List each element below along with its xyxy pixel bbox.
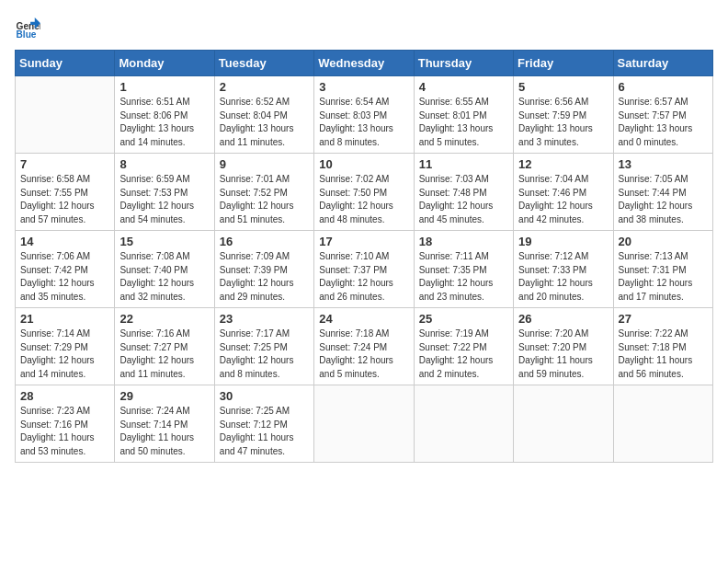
- day-info: Sunrise: 7:04 AM Sunset: 7:46 PM Dayligh…: [518, 173, 608, 226]
- weekday-header: Thursday: [414, 51, 513, 76]
- day-info: Sunrise: 7:14 AM Sunset: 7:29 PM Dayligh…: [20, 327, 109, 381]
- day-info: Sunrise: 7:10 AM Sunset: 7:37 PM Dayligh…: [319, 250, 408, 304]
- day-number: 6: [619, 80, 708, 94]
- calendar-cell: 8Sunrise: 6:59 AM Sunset: 7:53 PM Daylig…: [115, 154, 214, 231]
- day-number: 13: [619, 157, 708, 171]
- day-number: 1: [119, 80, 209, 94]
- day-info: Sunrise: 6:54 AM Sunset: 8:03 PM Dayligh…: [319, 96, 408, 149]
- weekday-header: Sunday: [16, 51, 115, 76]
- calendar-cell: 15Sunrise: 7:08 AM Sunset: 7:40 PM Dayli…: [115, 231, 214, 308]
- calendar-cell: 16Sunrise: 7:09 AM Sunset: 7:39 PM Dayli…: [214, 231, 313, 308]
- day-number: 8: [119, 157, 209, 171]
- day-info: Sunrise: 7:23 AM Sunset: 7:16 PM Dayligh…: [20, 405, 109, 458]
- day-number: 10: [319, 157, 408, 171]
- calendar-cell: 22Sunrise: 7:16 AM Sunset: 7:27 PM Dayli…: [115, 308, 214, 385]
- day-info: Sunrise: 6:58 AM Sunset: 7:55 PM Dayligh…: [20, 173, 109, 226]
- calendar-cell: [514, 385, 613, 463]
- day-number: 28: [20, 389, 109, 403]
- day-number: 30: [220, 389, 309, 403]
- calendar-cell: [613, 385, 712, 463]
- calendar-cell: 20Sunrise: 7:13 AM Sunset: 7:31 PM Dayli…: [613, 231, 712, 308]
- calendar-week-row: 7Sunrise: 6:58 AM Sunset: 7:55 PM Daylig…: [16, 154, 713, 231]
- weekday-header: Wednesday: [314, 51, 414, 76]
- calendar-cell: 7Sunrise: 6:58 AM Sunset: 7:55 PM Daylig…: [16, 154, 115, 231]
- day-number: 18: [419, 235, 508, 248]
- day-number: 29: [119, 389, 209, 403]
- calendar-week-row: 21Sunrise: 7:14 AM Sunset: 7:29 PM Dayli…: [16, 308, 713, 385]
- svg-text:Blue: Blue: [17, 29, 37, 40]
- day-info: Sunrise: 7:05 AM Sunset: 7:44 PM Dayligh…: [619, 173, 708, 226]
- day-number: 16: [220, 235, 309, 248]
- calendar-cell: 18Sunrise: 7:11 AM Sunset: 7:35 PM Dayli…: [414, 231, 513, 308]
- calendar-cell: 11Sunrise: 7:03 AM Sunset: 7:48 PM Dayli…: [414, 154, 513, 231]
- day-number: 26: [518, 312, 608, 326]
- day-info: Sunrise: 7:24 AM Sunset: 7:14 PM Dayligh…: [119, 405, 209, 458]
- calendar-cell: 17Sunrise: 7:10 AM Sunset: 7:37 PM Dayli…: [314, 231, 414, 308]
- calendar-cell: 21Sunrise: 7:14 AM Sunset: 7:29 PM Dayli…: [16, 308, 115, 385]
- calendar-cell: 14Sunrise: 7:06 AM Sunset: 7:42 PM Dayli…: [16, 231, 115, 308]
- day-number: 17: [319, 235, 408, 248]
- day-number: 11: [419, 157, 508, 171]
- calendar-cell: 27Sunrise: 7:22 AM Sunset: 7:18 PM Dayli…: [613, 308, 712, 385]
- day-number: 2: [220, 80, 309, 94]
- calendar-cell: 2Sunrise: 6:52 AM Sunset: 8:04 PM Daylig…: [214, 76, 313, 154]
- calendar-week-row: 14Sunrise: 7:06 AM Sunset: 7:42 PM Dayli…: [16, 231, 713, 308]
- calendar-week-row: 1Sunrise: 6:51 AM Sunset: 8:06 PM Daylig…: [16, 76, 713, 154]
- calendar-cell: [414, 385, 513, 463]
- day-info: Sunrise: 6:52 AM Sunset: 8:04 PM Dayligh…: [220, 96, 309, 149]
- page-header: General Blue: [15, 15, 713, 40]
- day-info: Sunrise: 7:06 AM Sunset: 7:42 PM Dayligh…: [20, 250, 109, 304]
- day-number: 5: [518, 80, 608, 94]
- calendar-cell: 13Sunrise: 7:05 AM Sunset: 7:44 PM Dayli…: [613, 154, 712, 231]
- calendar-cell: 30Sunrise: 7:25 AM Sunset: 7:12 PM Dayli…: [214, 385, 313, 463]
- day-number: 19: [518, 235, 608, 248]
- day-info: Sunrise: 7:09 AM Sunset: 7:39 PM Dayligh…: [220, 250, 309, 304]
- day-number: 24: [319, 312, 408, 326]
- day-info: Sunrise: 7:20 AM Sunset: 7:20 PM Dayligh…: [518, 327, 608, 381]
- day-number: 23: [220, 312, 309, 326]
- day-info: Sunrise: 6:51 AM Sunset: 8:06 PM Dayligh…: [119, 96, 209, 149]
- day-info: Sunrise: 7:03 AM Sunset: 7:48 PM Dayligh…: [419, 173, 508, 226]
- day-info: Sunrise: 6:56 AM Sunset: 7:59 PM Dayligh…: [518, 96, 608, 149]
- calendar-cell: 29Sunrise: 7:24 AM Sunset: 7:14 PM Dayli…: [115, 385, 214, 463]
- day-info: Sunrise: 7:17 AM Sunset: 7:25 PM Dayligh…: [220, 327, 309, 381]
- day-number: 25: [419, 312, 508, 326]
- calendar-cell: 5Sunrise: 6:56 AM Sunset: 7:59 PM Daylig…: [514, 76, 613, 154]
- day-info: Sunrise: 6:55 AM Sunset: 8:01 PM Dayligh…: [419, 96, 508, 149]
- day-info: Sunrise: 7:25 AM Sunset: 7:12 PM Dayligh…: [220, 405, 309, 458]
- calendar-cell: 12Sunrise: 7:04 AM Sunset: 7:46 PM Dayli…: [514, 154, 613, 231]
- day-number: 7: [20, 157, 109, 171]
- day-info: Sunrise: 7:11 AM Sunset: 7:35 PM Dayligh…: [419, 250, 508, 304]
- calendar-week-row: 28Sunrise: 7:23 AM Sunset: 7:16 PM Dayli…: [16, 385, 713, 463]
- calendar-cell: 1Sunrise: 6:51 AM Sunset: 8:06 PM Daylig…: [115, 76, 214, 154]
- weekday-header: Friday: [514, 51, 613, 76]
- day-number: 3: [319, 80, 408, 94]
- calendar-cell: 10Sunrise: 7:02 AM Sunset: 7:50 PM Dayli…: [314, 154, 414, 231]
- calendar-cell: 19Sunrise: 7:12 AM Sunset: 7:33 PM Dayli…: [514, 231, 613, 308]
- day-info: Sunrise: 7:16 AM Sunset: 7:27 PM Dayligh…: [119, 327, 209, 381]
- calendar-cell: 24Sunrise: 7:18 AM Sunset: 7:24 PM Dayli…: [314, 308, 414, 385]
- day-number: 20: [619, 235, 708, 248]
- day-number: 14: [20, 235, 109, 248]
- day-number: 12: [518, 157, 608, 171]
- calendar-cell: 26Sunrise: 7:20 AM Sunset: 7:20 PM Dayli…: [514, 308, 613, 385]
- day-info: Sunrise: 7:18 AM Sunset: 7:24 PM Dayligh…: [319, 327, 408, 381]
- calendar-header-row: SundayMondayTuesdayWednesdayThursdayFrid…: [16, 51, 713, 76]
- day-number: 27: [619, 312, 708, 326]
- day-number: 22: [119, 312, 209, 326]
- day-number: 4: [419, 80, 508, 94]
- day-info: Sunrise: 6:59 AM Sunset: 7:53 PM Dayligh…: [119, 173, 209, 226]
- calendar-cell: 28Sunrise: 7:23 AM Sunset: 7:16 PM Dayli…: [16, 385, 115, 463]
- weekday-header: Saturday: [613, 51, 712, 76]
- calendar-cell: 25Sunrise: 7:19 AM Sunset: 7:22 PM Dayli…: [414, 308, 513, 385]
- day-info: Sunrise: 7:08 AM Sunset: 7:40 PM Dayligh…: [119, 250, 209, 304]
- weekday-header: Tuesday: [214, 51, 313, 76]
- calendar-cell: 9Sunrise: 7:01 AM Sunset: 7:52 PM Daylig…: [214, 154, 313, 231]
- day-info: Sunrise: 7:19 AM Sunset: 7:22 PM Dayligh…: [419, 327, 508, 381]
- calendar-cell: 23Sunrise: 7:17 AM Sunset: 7:25 PM Dayli…: [214, 308, 313, 385]
- calendar-cell: 3Sunrise: 6:54 AM Sunset: 8:03 PM Daylig…: [314, 76, 414, 154]
- day-number: 21: [20, 312, 109, 326]
- day-info: Sunrise: 7:01 AM Sunset: 7:52 PM Dayligh…: [220, 173, 309, 226]
- calendar-cell: [314, 385, 414, 463]
- day-info: Sunrise: 7:13 AM Sunset: 7:31 PM Dayligh…: [619, 250, 708, 304]
